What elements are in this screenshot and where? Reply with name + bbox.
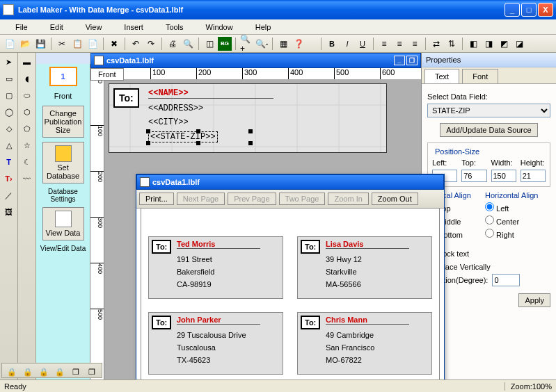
delete-icon[interactable]: ✖ [107, 37, 121, 51]
triangle-tool-icon[interactable]: △ [2, 138, 16, 152]
vtext-tool-icon[interactable]: T› [2, 172, 16, 186]
menu-file[interactable]: File [4, 22, 39, 33]
maximize-button[interactable]: □ [521, 3, 537, 17]
align-center-icon[interactable]: ≡ [392, 37, 406, 51]
tab-font[interactable]: Font [462, 69, 498, 83]
curve-tool-icon[interactable]: 〰 [20, 172, 34, 186]
lock-1-icon[interactable]: 🔒 [5, 365, 19, 379]
label-template[interactable]: To: <<NAME>> <<ADDRESS>> <<CITY>> <<STAT… [109, 83, 387, 153]
redo-icon[interactable]: ↷ [144, 37, 158, 51]
change-publication-size-button[interactable]: Change Publication Size [42, 106, 84, 138]
field-city[interactable]: <<CITY>> [148, 117, 189, 127]
underline-icon[interactable]: U [356, 37, 370, 51]
front-tab[interactable]: Front [90, 68, 124, 81]
width-input[interactable] [491, 170, 516, 182]
preview-zoom-in-button[interactable]: Zoom In [328, 193, 368, 205]
rotation-input[interactable] [492, 274, 520, 286]
help-icon[interactable]: ❓ [292, 37, 305, 51]
hexagon-tool-icon[interactable]: ⬡ [20, 105, 34, 119]
close-button[interactable]: X [538, 3, 553, 17]
halign-center-radio[interactable] [485, 215, 494, 224]
tab-text[interactable]: Text [424, 69, 459, 83]
selection-handle[interactable] [248, 141, 253, 145]
layer-stack-icon[interactable]: ❐ [69, 365, 83, 379]
halign-right-radio[interactable] [485, 229, 494, 238]
menu-edit[interactable]: Edit [39, 22, 74, 33]
grid-icon[interactable]: ▦ [276, 37, 290, 51]
arrange-4-icon[interactable]: ◪ [512, 37, 526, 51]
field-name[interactable]: <<NAME>> [148, 88, 273, 99]
top-input[interactable] [461, 170, 486, 182]
ellipse-tool-icon[interactable]: ◯ [2, 105, 16, 119]
height-input[interactable] [521, 170, 546, 182]
menu-insert[interactable]: Insert [113, 22, 154, 33]
menu-window[interactable]: Window [195, 22, 244, 33]
view-data-button[interactable]: View Data [42, 207, 84, 240]
star-tool-icon[interactable]: ☆ [20, 138, 34, 152]
preview-print-button[interactable]: Print... [139, 193, 174, 205]
diamond-tool-icon[interactable]: ◇ [2, 122, 16, 136]
lock-2-icon[interactable]: 🔒 [21, 365, 35, 379]
line-tool-icon[interactable]: ／ [2, 188, 16, 202]
paste-icon[interactable]: 📄 [86, 37, 100, 51]
menu-help[interactable]: Help [244, 22, 283, 33]
apply-button[interactable]: Apply [518, 293, 550, 307]
preview-titlebar[interactable]: csvData1.lblf [136, 174, 444, 190]
halign-left-radio[interactable] [485, 202, 494, 211]
menu-tools[interactable]: Tools [154, 22, 195, 33]
zoom-out-icon[interactable]: 🔍- [255, 37, 269, 51]
pentagon-tool-icon[interactable]: ⬠ [20, 122, 34, 136]
flip-h-icon[interactable]: ⇄ [429, 37, 443, 51]
align-left-icon[interactable]: ≡ [377, 37, 391, 51]
new-icon[interactable]: 📄 [3, 37, 17, 51]
selection-handle[interactable] [196, 129, 200, 133]
add-update-data-source-button[interactable]: Add/Update Data Source [440, 123, 537, 137]
field-state-zip[interactable]: <<STATE-ZIP>> [148, 131, 218, 142]
lock-3-icon[interactable]: 🔒 [37, 365, 51, 379]
open-icon[interactable]: 📂 [18, 37, 32, 51]
merge-icon[interactable]: ◫ [202, 37, 216, 51]
pointer-tool-icon[interactable]: ➤ [2, 55, 16, 69]
align-right-icon[interactable]: ≡ [408, 37, 422, 51]
doc-minimize-button[interactable]: _ [394, 56, 405, 65]
doc-restore-button[interactable]: ❐ [406, 56, 418, 65]
bold-icon[interactable]: B [325, 37, 339, 51]
selection-handle[interactable] [196, 141, 200, 145]
preview-icon[interactable]: 🔍 [181, 37, 195, 51]
text-tool-icon[interactable]: T [2, 155, 16, 169]
rect-tool-icon[interactable]: ▭ [2, 72, 16, 85]
arrange-3-icon[interactable]: ◩ [497, 37, 511, 51]
fill-rect-icon[interactable]: ▬ [20, 55, 34, 69]
minimize-button[interactable]: _ [505, 3, 520, 17]
moon-tool-icon[interactable]: ☾ [20, 155, 34, 169]
field-address[interactable]: <<ADDRESS>> [148, 104, 203, 113]
roundrect-tool-icon[interactable]: ▢ [2, 88, 16, 102]
arrange-2-icon[interactable]: ◨ [482, 37, 495, 51]
italic-icon[interactable]: I [340, 37, 354, 51]
lock-4-icon[interactable]: 🔒 [53, 365, 67, 379]
preview-next-button[interactable]: Next Page [177, 193, 225, 205]
selection-handle[interactable] [146, 129, 150, 133]
print-icon[interactable]: 🖨 [166, 37, 180, 51]
preview-prev-button[interactable]: Prev Page [228, 193, 276, 205]
fill-ellipse-icon[interactable]: ⬭ [20, 88, 34, 102]
fill-roundrect-icon[interactable]: ◖ [20, 72, 34, 85]
selection-handle[interactable] [248, 129, 253, 133]
flip-v-icon[interactable]: ⇅ [445, 37, 459, 51]
copy-icon[interactable]: 📋 [70, 37, 84, 51]
arrange-1-icon[interactable]: ◧ [466, 37, 480, 51]
set-database-button[interactable]: Set Database [42, 142, 84, 183]
page-thumbnail[interactable]: 1 [49, 67, 77, 86]
zoom-in-icon[interactable]: 🔍+ [239, 37, 253, 51]
cut-icon[interactable]: ✂ [55, 37, 69, 51]
selection-handle[interactable] [146, 141, 150, 145]
to-label[interactable]: To: [113, 88, 139, 108]
menu-view[interactable]: View [74, 22, 113, 33]
image-tool-icon[interactable]: 🖼 [2, 205, 16, 219]
undo-icon[interactable]: ↶ [129, 37, 143, 51]
layer-stack-2-icon[interactable]: ❐ [85, 365, 99, 379]
preview-zoom-out-button[interactable]: Zoom Out [372, 193, 418, 205]
bg-icon[interactable]: BG [218, 37, 232, 51]
save-icon[interactable]: 💾 [33, 37, 47, 51]
data-field-select[interactable]: STATE-ZIP [427, 104, 550, 117]
